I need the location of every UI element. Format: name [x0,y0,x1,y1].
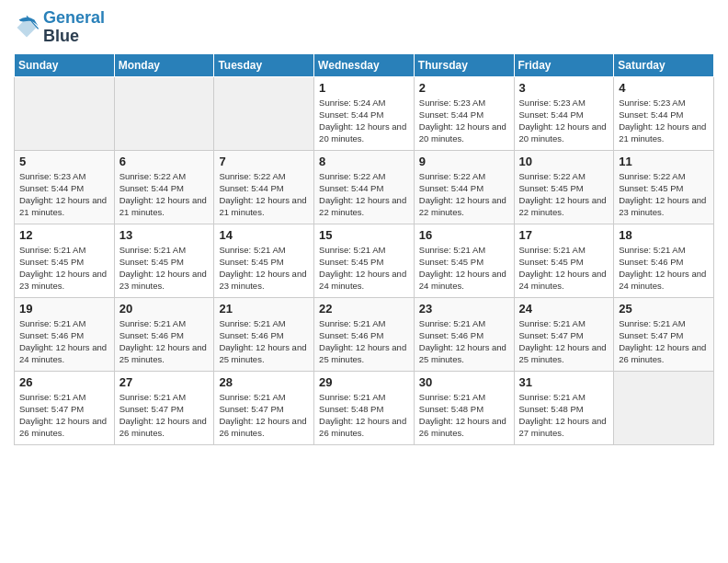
day-number: 18 [619,228,709,242]
calendar-cell: 17Sunrise: 5:21 AMSunset: 5:45 PMDayligh… [514,224,614,297]
day-info: Sunrise: 5:21 AMSunset: 5:48 PMDaylight:… [419,391,509,440]
day-info: Sunrise: 5:21 AMSunset: 5:47 PMDaylight:… [19,391,109,440]
day-number: 9 [419,155,509,168]
day-info: Sunrise: 5:22 AMSunset: 5:44 PMDaylight:… [319,170,409,219]
logo: General Blue [14,9,105,46]
day-info: Sunrise: 5:23 AMSunset: 5:44 PMDaylight:… [619,97,709,145]
page-header: General Blue [14,9,714,46]
day-number: 10 [519,155,609,168]
day-info: Sunrise: 5:22 AMSunset: 5:44 PMDaylight:… [119,170,210,219]
calendar-cell [214,76,314,150]
calendar-cell: 12Sunrise: 5:21 AMSunset: 5:45 PMDayligh… [15,224,115,297]
column-header-friday: Friday [514,53,614,76]
column-header-saturday: Saturday [614,53,714,76]
day-number: 22 [319,302,409,316]
day-number: 24 [519,302,609,316]
calendar-cell: 11Sunrise: 5:22 AMSunset: 5:45 PMDayligh… [614,150,714,224]
calendar-cell: 31Sunrise: 5:21 AMSunset: 5:48 PMDayligh… [514,371,614,444]
calendar-cell [15,76,115,150]
day-info: Sunrise: 5:22 AMSunset: 5:44 PMDaylight:… [219,170,309,219]
day-info: Sunrise: 5:21 AMSunset: 5:46 PMDaylight:… [319,317,409,366]
calendar-cell: 20Sunrise: 5:21 AMSunset: 5:46 PMDayligh… [114,297,214,371]
calendar-cell: 16Sunrise: 5:21 AMSunset: 5:45 PMDayligh… [414,224,514,297]
day-number: 2 [419,81,509,95]
day-info: Sunrise: 5:22 AMSunset: 5:44 PMDaylight:… [419,170,509,219]
day-info: Sunrise: 5:24 AMSunset: 5:44 PMDaylight:… [319,97,409,145]
day-number: 16 [419,228,509,242]
day-info: Sunrise: 5:21 AMSunset: 5:46 PMDaylight:… [19,317,109,366]
calendar-cell: 13Sunrise: 5:21 AMSunset: 5:45 PMDayligh… [114,224,214,297]
day-number: 25 [619,302,709,316]
calendar-cell [614,371,714,444]
calendar-week-1: 1Sunrise: 5:24 AMSunset: 5:44 PMDaylight… [15,76,714,150]
day-info: Sunrise: 5:21 AMSunset: 5:46 PMDaylight:… [619,244,709,293]
calendar-cell: 28Sunrise: 5:21 AMSunset: 5:47 PMDayligh… [214,371,314,444]
day-number: 5 [19,155,109,168]
day-number: 6 [119,155,210,168]
calendar-cell: 4Sunrise: 5:23 AMSunset: 5:44 PMDaylight… [614,76,714,150]
calendar-cell: 9Sunrise: 5:22 AMSunset: 5:44 PMDaylight… [414,150,514,224]
day-number: 23 [419,302,509,316]
day-info: Sunrise: 5:23 AMSunset: 5:44 PMDaylight:… [519,97,609,145]
day-info: Sunrise: 5:23 AMSunset: 5:44 PMDaylight:… [419,97,509,145]
calendar-week-5: 26Sunrise: 5:21 AMSunset: 5:47 PMDayligh… [15,371,714,444]
day-info: Sunrise: 5:23 AMSunset: 5:44 PMDaylight:… [19,170,109,219]
calendar-cell: 7Sunrise: 5:22 AMSunset: 5:44 PMDaylight… [214,150,314,224]
logo-text: General Blue [43,9,105,46]
calendar-cell: 23Sunrise: 5:21 AMSunset: 5:46 PMDayligh… [414,297,514,371]
calendar-cell: 27Sunrise: 5:21 AMSunset: 5:47 PMDayligh… [114,371,214,444]
column-header-thursday: Thursday [414,53,514,76]
day-number: 17 [519,228,609,242]
day-number: 13 [119,228,210,242]
calendar-cell: 10Sunrise: 5:22 AMSunset: 5:45 PMDayligh… [514,150,614,224]
calendar-cell: 3Sunrise: 5:23 AMSunset: 5:44 PMDaylight… [514,76,614,150]
calendar-cell: 29Sunrise: 5:21 AMSunset: 5:48 PMDayligh… [314,371,415,444]
logo-icon [14,15,40,40]
calendar-cell: 8Sunrise: 5:22 AMSunset: 5:44 PMDaylight… [314,150,415,224]
day-info: Sunrise: 5:21 AMSunset: 5:47 PMDaylight:… [619,317,709,366]
day-info: Sunrise: 5:22 AMSunset: 5:45 PMDaylight:… [519,170,609,219]
day-info: Sunrise: 5:21 AMSunset: 5:45 PMDaylight:… [219,244,309,293]
day-info: Sunrise: 5:21 AMSunset: 5:46 PMDaylight:… [219,317,309,366]
day-info: Sunrise: 5:21 AMSunset: 5:46 PMDaylight:… [419,317,509,366]
day-info: Sunrise: 5:21 AMSunset: 5:48 PMDaylight:… [519,391,609,440]
day-number: 27 [119,375,210,389]
day-number: 20 [119,302,210,316]
column-header-monday: Monday [114,53,214,76]
calendar-cell: 26Sunrise: 5:21 AMSunset: 5:47 PMDayligh… [15,371,115,444]
column-header-wednesday: Wednesday [314,53,415,76]
day-info: Sunrise: 5:22 AMSunset: 5:45 PMDaylight:… [619,170,709,219]
day-number: 29 [319,375,409,389]
day-number: 12 [19,228,109,242]
day-info: Sunrise: 5:21 AMSunset: 5:45 PMDaylight:… [419,244,509,293]
day-number: 3 [519,81,609,95]
calendar-cell: 21Sunrise: 5:21 AMSunset: 5:46 PMDayligh… [214,297,314,371]
calendar-cell: 14Sunrise: 5:21 AMSunset: 5:45 PMDayligh… [214,224,314,297]
calendar-cell: 18Sunrise: 5:21 AMSunset: 5:46 PMDayligh… [614,224,714,297]
calendar-cell: 19Sunrise: 5:21 AMSunset: 5:46 PMDayligh… [15,297,115,371]
day-info: Sunrise: 5:21 AMSunset: 5:47 PMDaylight:… [219,391,309,440]
calendar-cell: 22Sunrise: 5:21 AMSunset: 5:46 PMDayligh… [314,297,415,371]
calendar-week-2: 5Sunrise: 5:23 AMSunset: 5:44 PMDaylight… [15,150,714,224]
calendar-cell: 30Sunrise: 5:21 AMSunset: 5:48 PMDayligh… [414,371,514,444]
calendar-cell [114,76,214,150]
calendar-header-row: SundayMondayTuesdayWednesdayThursdayFrid… [15,53,714,76]
day-number: 1 [319,81,409,95]
calendar-week-3: 12Sunrise: 5:21 AMSunset: 5:45 PMDayligh… [15,224,714,297]
day-number: 30 [419,375,509,389]
day-number: 8 [319,155,409,168]
day-info: Sunrise: 5:21 AMSunset: 5:45 PMDaylight:… [319,244,409,293]
day-info: Sunrise: 5:21 AMSunset: 5:47 PMDaylight:… [119,391,210,440]
calendar-week-4: 19Sunrise: 5:21 AMSunset: 5:46 PMDayligh… [15,297,714,371]
day-info: Sunrise: 5:21 AMSunset: 5:45 PMDaylight:… [519,244,609,293]
calendar-cell: 5Sunrise: 5:23 AMSunset: 5:44 PMDaylight… [15,150,115,224]
day-number: 15 [319,228,409,242]
calendar-cell: 25Sunrise: 5:21 AMSunset: 5:47 PMDayligh… [614,297,714,371]
column-header-tuesday: Tuesday [214,53,314,76]
day-info: Sunrise: 5:21 AMSunset: 5:45 PMDaylight:… [119,244,210,293]
day-number: 19 [19,302,109,316]
calendar-table: SundayMondayTuesdayWednesdayThursdayFrid… [14,53,714,445]
day-number: 26 [19,375,109,389]
calendar-cell: 24Sunrise: 5:21 AMSunset: 5:47 PMDayligh… [514,297,614,371]
calendar-cell: 2Sunrise: 5:23 AMSunset: 5:44 PMDaylight… [414,76,514,150]
